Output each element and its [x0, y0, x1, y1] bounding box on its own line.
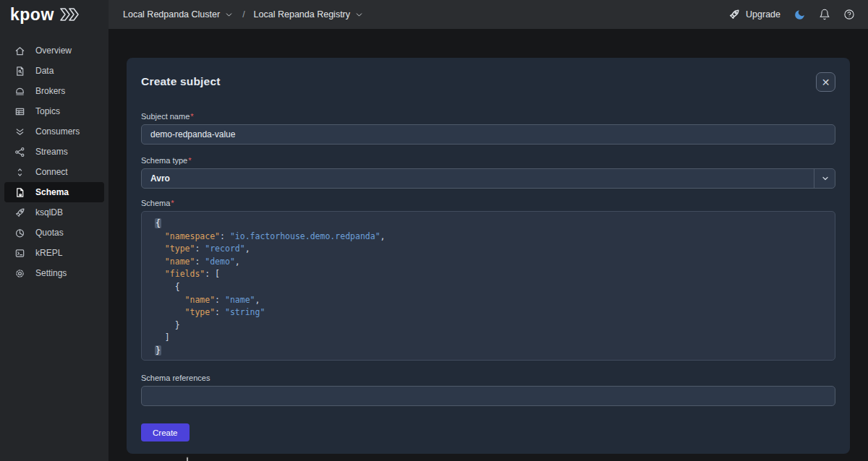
gear-icon	[14, 268, 25, 279]
schema-references-input[interactable]	[141, 386, 835, 406]
pie-chart-icon	[14, 228, 25, 238]
modal-header: Create subject ✕	[141, 72, 835, 92]
notifications-button[interactable]	[819, 9, 830, 20]
chevron-down-icon	[821, 174, 830, 183]
close-button[interactable]: ✕	[816, 72, 835, 92]
close-icon: ✕	[822, 77, 830, 87]
required-asterisk: *	[190, 112, 193, 121]
modal-title: Create subject	[141, 72, 221, 88]
schema-label: Schema*	[141, 199, 835, 207]
sidebar-nav: Overview Data Brokers Topics Consumers S	[0, 40, 109, 283]
cluster-selector[interactable]: Local Redpanda Cluster	[123, 9, 234, 20]
schema-code-editor[interactable]: { "namespace": "io.factorhouse.demo.redp…	[141, 211, 835, 361]
breadcrumb-separator: /	[242, 9, 244, 20]
sidebar-item-streams[interactable]: Streams	[4, 142, 104, 162]
subject-name-input[interactable]	[141, 124, 835, 145]
schema-type-select-wrap: Avro	[141, 168, 835, 189]
chevron-down-icon	[224, 10, 234, 20]
share-icon	[14, 147, 25, 158]
rocket-icon	[728, 9, 740, 20]
help-button[interactable]	[843, 9, 855, 20]
help-circle-icon	[843, 9, 855, 20]
topbar: Local Redpanda Cluster / Local Repanda R…	[109, 0, 868, 29]
sidebar-item-label: Connect	[35, 167, 68, 177]
sidebar-item-topics[interactable]: Topics	[4, 101, 104, 121]
registry-selector[interactable]: Local Repanda Registry	[254, 9, 364, 20]
registry-selector-label: Local Repanda Registry	[254, 9, 350, 20]
subject-name-label: Subject name*	[141, 112, 835, 121]
sidebar-item-label: Consumers	[35, 126, 80, 137]
up-down-chevrons-icon	[14, 167, 25, 178]
sidebar-item-brokers[interactable]: Brokers	[4, 81, 104, 101]
mouse-cursor-pointer	[179, 455, 199, 461]
terminal-icon	[14, 248, 25, 259]
sidebar-item-label: Topics	[35, 106, 60, 116]
select-dropdown-toggle[interactable]	[814, 168, 835, 189]
sidebar-item-schema[interactable]: Schema	[4, 182, 104, 202]
create-button[interactable]: Create	[141, 423, 190, 441]
main-column: Local Redpanda Cluster / Local Repanda R…	[109, 0, 868, 461]
sidebar-item-label: Quotas	[35, 228, 64, 238]
sidebar-item-label: Brokers	[35, 86, 65, 96]
theme-toggle[interactable]	[793, 9, 806, 21]
sidebar-item-settings[interactable]: Settings	[4, 263, 104, 283]
required-asterisk: *	[171, 199, 174, 207]
upgrade-button[interactable]: Upgrade	[728, 9, 780, 20]
sidebar-item-label: Settings	[35, 268, 67, 278]
chevron-down-icon	[354, 10, 364, 20]
schema-type-value: Avro	[150, 173, 170, 184]
file-icon	[14, 66, 25, 77]
double-chevron-down-icon	[14, 126, 25, 137]
kpow-chevrons-icon	[59, 7, 80, 22]
table-icon	[14, 106, 25, 117]
sidebar: kpow Overview Data Brokers	[0, 0, 109, 461]
sidebar-item-consumers[interactable]: Consumers	[4, 121, 104, 142]
topbar-actions: Upgrade	[728, 9, 855, 21]
moon-icon	[793, 9, 806, 21]
document-icon	[14, 187, 25, 198]
sidebar-item-label: Streams	[35, 147, 68, 157]
schema-type-select[interactable]: Avro	[141, 168, 835, 189]
database-icon	[14, 86, 25, 97]
sidebar-item-connect[interactable]: Connect	[4, 162, 104, 182]
sidebar-item-label: kREPL	[35, 248, 62, 258]
sidebar-item-overview[interactable]: Overview	[4, 40, 104, 61]
sidebar-item-quotas[interactable]: Quotas	[4, 223, 104, 243]
home-icon	[14, 46, 25, 56]
schema-references-label: Schema references	[141, 374, 835, 382]
sidebar-item-label: Data	[35, 66, 54, 76]
logo-text: kpow	[10, 7, 54, 23]
rocket-icon	[14, 207, 25, 218]
app-root: kpow Overview Data Brokers	[0, 0, 868, 461]
sidebar-item-data[interactable]: Data	[4, 61, 104, 81]
bell-icon	[819, 9, 830, 20]
sidebar-item-label: Overview	[35, 46, 72, 56]
upgrade-label: Upgrade	[746, 9, 780, 20]
sidebar-item-label: ksqlDB	[35, 207, 63, 217]
cluster-selector-label: Local Redpanda Cluster	[123, 9, 220, 20]
sidebar-item-label: Schema	[35, 187, 69, 197]
schema-type-label: Schema type*	[141, 156, 835, 165]
sidebar-item-krepl[interactable]: kREPL	[4, 243, 104, 263]
create-subject-modal: Create subject ✕ Subject name* Schema ty…	[127, 58, 850, 454]
logo[interactable]: kpow	[0, 0, 109, 29]
sidebar-item-ksqldb[interactable]: ksqlDB	[4, 202, 104, 223]
required-asterisk: *	[188, 156, 191, 165]
page-content: Create subject ✕ Subject name* Schema ty…	[109, 29, 868, 461]
